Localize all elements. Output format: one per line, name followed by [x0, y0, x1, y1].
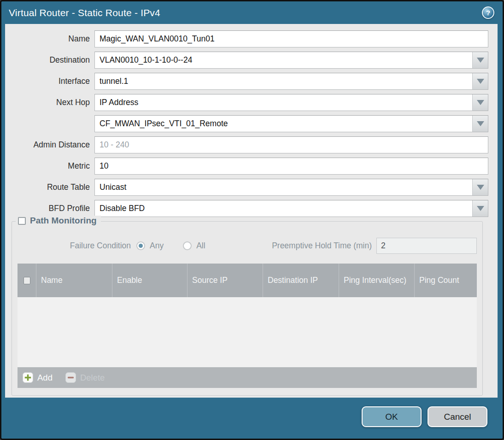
route-table-dropdown-button[interactable]: [472, 179, 488, 195]
chevron-down-icon: [477, 185, 484, 190]
column-header-source-ip[interactable]: Source IP: [187, 264, 263, 297]
next-hop-address-combo: [94, 115, 488, 132]
column-header-destination-ip[interactable]: Destination IP: [263, 264, 339, 297]
destination-label: Destination: [5, 55, 94, 65]
metric-input[interactable]: [94, 158, 488, 175]
form-row: Name: [5, 30, 488, 47]
interface-combo: [94, 73, 488, 90]
add-button-label: Add: [37, 373, 53, 383]
form-row: Interface: [5, 73, 488, 90]
destination-combo: [94, 52, 488, 69]
chevron-down-icon: [477, 100, 484, 105]
route-table-combo: [94, 179, 488, 196]
name-input[interactable]: [94, 30, 488, 47]
chevron-down-icon: [477, 58, 484, 63]
next-hop-type-input[interactable]: [94, 94, 488, 111]
radio-selected-icon: [136, 241, 145, 250]
form-row: BFD Profile: [5, 200, 488, 217]
bfd-profile-dropdown-button[interactable]: [472, 200, 488, 217]
delete-button-label: Delete: [80, 373, 105, 383]
interface-input[interactable]: [94, 73, 488, 90]
bfd-profile-label: BFD Profile: [5, 204, 94, 213]
form-row: Metric: [5, 158, 488, 175]
next-hop-type-combo: [94, 94, 488, 111]
minus-icon: [65, 372, 76, 383]
chevron-down-icon: [477, 121, 484, 126]
next-hop-address-input[interactable]: [94, 115, 488, 132]
select-all-checkbox[interactable]: [23, 277, 30, 284]
failure-condition-label: Failure Condition: [18, 241, 136, 251]
interface-dropdown-button[interactable]: [472, 73, 488, 89]
column-header-ping-count[interactable]: Ping Count: [414, 264, 477, 297]
metric-label: Metric: [5, 161, 94, 171]
help-icon[interactable]: ?: [482, 6, 494, 19]
add-button[interactable]: Add: [23, 372, 53, 383]
dialog-footer: OK Cancel: [1, 398, 503, 439]
plus-icon: [23, 372, 33, 383]
cancel-button[interactable]: Cancel: [428, 406, 487, 427]
failure-condition-all-option[interactable]: All: [183, 241, 205, 251]
table-body-empty: [18, 297, 477, 367]
next-hop-address-dropdown-button[interactable]: [472, 116, 488, 132]
radio-unselected-icon: [183, 241, 192, 250]
column-header-ping-interval[interactable]: Ping Interval(sec): [339, 264, 414, 297]
title-bar: Virtual Router - Static Route - IPv4 ?: [1, 1, 503, 24]
path-monitoring-legend: Path Monitoring: [16, 216, 101, 226]
destination-input[interactable]: [94, 52, 488, 69]
bfd-profile-combo: [94, 200, 488, 217]
path-monitoring-table: Name Enable Source IP Destination IP Pin…: [18, 264, 477, 388]
failure-condition-any-label: Any: [150, 241, 164, 251]
form-row: Admin Distance: [5, 136, 488, 153]
chevron-down-icon: [477, 79, 484, 84]
destination-dropdown-button[interactable]: [472, 52, 488, 68]
admin-distance-label: Admin Distance: [5, 140, 94, 150]
interface-label: Interface: [5, 76, 94, 86]
static-route-dialog: Virtual Router - Static Route - IPv4 ? N…: [0, 0, 504, 440]
form-row: Route Table: [5, 179, 488, 196]
dialog-title: Virtual Router - Static Route - IPv4: [9, 7, 160, 18]
column-header-name[interactable]: Name: [36, 264, 112, 297]
preemptive-hold-time-input[interactable]: [376, 238, 477, 254]
next-hop-label: Next Hop: [5, 98, 94, 107]
form-panel: Name Destination Interface Next Hop: [5, 24, 498, 398]
path-monitoring-checkbox[interactable]: [18, 217, 26, 225]
delete-button[interactable]: Delete: [65, 372, 105, 383]
table-header-row: Name Enable Source IP Destination IP Pin…: [18, 264, 477, 297]
chevron-down-icon: [477, 206, 484, 211]
route-table-input[interactable]: [94, 179, 488, 196]
failure-condition-any-option[interactable]: Any: [136, 241, 164, 251]
form-row: Destination: [5, 52, 488, 69]
form-row: Next Hop: [5, 94, 488, 111]
admin-distance-field-wrap: [94, 136, 488, 153]
name-field-wrap: [94, 30, 488, 47]
admin-distance-input[interactable]: [94, 136, 488, 153]
metric-field-wrap: [94, 158, 488, 175]
name-label: Name: [5, 34, 94, 44]
column-header-enable[interactable]: Enable: [112, 264, 187, 297]
next-hop-type-dropdown-button[interactable]: [472, 94, 488, 111]
failure-condition-row: Failure Condition Any All Preemptive Hol…: [18, 237, 477, 254]
table-toolbar: Add Delete: [18, 367, 477, 388]
route-table-label: Route Table: [5, 182, 94, 192]
preemptive-hold-time-label: Preemptive Hold Time (min): [272, 241, 376, 251]
path-monitoring-fieldset: Path Monitoring Failure Condition Any Al…: [12, 221, 483, 396]
form-row: [5, 115, 488, 132]
bfd-profile-input[interactable]: [94, 200, 488, 217]
path-monitoring-title: Path Monitoring: [30, 216, 97, 226]
ok-button[interactable]: OK: [362, 406, 422, 427]
failure-condition-all-label: All: [196, 241, 205, 251]
select-all-cell: [18, 264, 36, 297]
